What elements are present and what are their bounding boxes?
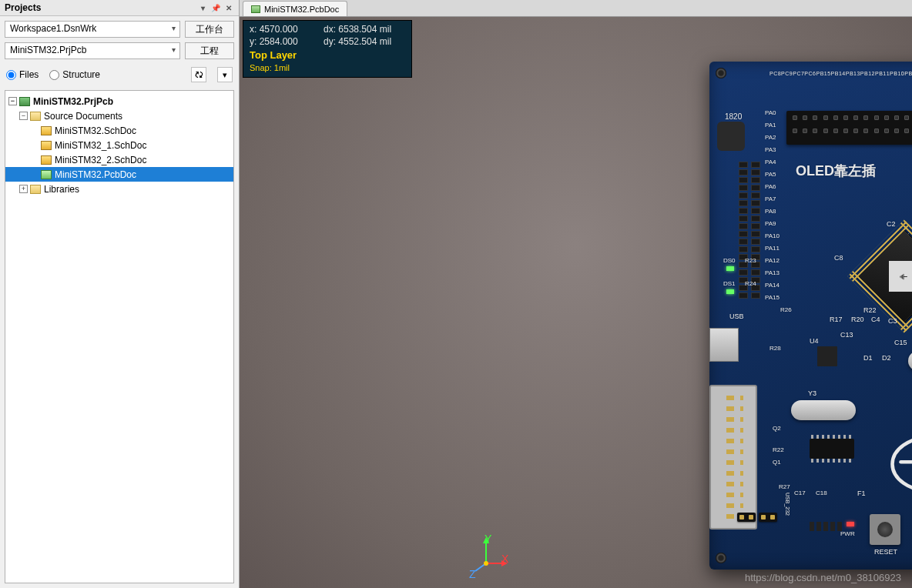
radio-structure[interactable]: Structure bbox=[49, 69, 100, 80]
left-pin-header bbox=[739, 162, 749, 299]
led-ds0 bbox=[726, 266, 734, 271]
res-row bbox=[810, 522, 842, 531]
project-button[interactable]: 工程 bbox=[185, 42, 234, 59]
folder-icon bbox=[30, 185, 41, 194]
tree-node[interactable]: MiniSTM32.PcbDoc bbox=[5, 167, 233, 182]
tree-node[interactable]: −Source Documents bbox=[5, 109, 233, 123]
pcb-3d-viewer[interactable]: x: 4570.000dx: 6538.504 mil y: 2584.000d… bbox=[240, 17, 912, 588]
header-pins bbox=[793, 115, 912, 139]
workspace-button[interactable]: 工作台 bbox=[185, 21, 234, 38]
projects-panel: Projects ▾ 📌 ✕ Workspace1.DsnWrk 工作台 Min… bbox=[0, 0, 240, 588]
workspace-combo[interactable]: Workspace1.DsnWrk bbox=[5, 21, 180, 38]
radio-files[interactable]: Files bbox=[6, 69, 39, 80]
silk-toprow: PC8PC9PC7PC6PB15PB14PB13PB12PB11PB10PB2P… bbox=[770, 71, 912, 76]
dropdown-icon[interactable]: ▾ bbox=[197, 2, 208, 13]
tree-label: Libraries bbox=[44, 184, 79, 195]
watermark: https://blog.csdn.net/m0_38106923 bbox=[745, 572, 901, 583]
project-combo[interactable]: MiniSTM32.PrjPcb bbox=[5, 42, 180, 59]
tree-label: Source Documents bbox=[44, 111, 122, 122]
tree-label: MiniSTM32.PcbDoc bbox=[55, 169, 136, 180]
crystal-mid bbox=[908, 351, 912, 371]
svg-point-7 bbox=[484, 561, 488, 566]
tree-toggle-icon[interactable]: + bbox=[19, 185, 28, 193]
sch-icon bbox=[41, 126, 52, 135]
tab-pcbdoc[interactable]: MiniSTM32.PcbDoc bbox=[243, 1, 347, 16]
tree-node[interactable]: +Libraries bbox=[5, 182, 233, 196]
button-reset bbox=[870, 514, 900, 545]
pcb-icon bbox=[251, 5, 260, 13]
idc-connector bbox=[709, 385, 757, 530]
jumper bbox=[759, 513, 777, 522]
tree-node[interactable]: MiniSTM32.SchDoc bbox=[5, 123, 233, 138]
tree-toggle-icon[interactable]: − bbox=[19, 112, 28, 120]
tree-toggle-icon[interactable]: − bbox=[8, 97, 17, 105]
tree-node[interactable]: MiniSTM32_1.SchDoc bbox=[5, 138, 233, 152]
mount-hole bbox=[716, 553, 726, 563]
pcb-icon bbox=[41, 170, 52, 179]
tree-label: MiniSTM32_2.SchDoc bbox=[55, 155, 146, 165]
silk-oled: OLED靠左插 bbox=[796, 162, 876, 180]
jumper bbox=[737, 513, 756, 522]
usb-connector bbox=[709, 328, 739, 362]
svg-point-0 bbox=[893, 437, 913, 491]
folder-icon bbox=[30, 112, 41, 121]
silk-u4: U4 bbox=[810, 337, 819, 345]
silk-1820: 1820 bbox=[725, 112, 742, 121]
pa-labels: PA0PA1PA2PA3PA4PA5PA6PA7PA8PA9PA10PA11PA… bbox=[765, 109, 780, 306]
sch-icon bbox=[41, 155, 52, 165]
pin-icon[interactable]: 📌 bbox=[210, 2, 221, 13]
panel-header: Projects ▾ 📌 ✕ bbox=[0, 0, 239, 16]
svg-line-6 bbox=[475, 563, 486, 571]
ic-soic bbox=[810, 439, 854, 459]
left-pin-header bbox=[751, 162, 762, 299]
svg-marker-5 bbox=[501, 560, 508, 566]
ic-u4 bbox=[817, 346, 837, 366]
menu-down-icon[interactable]: ▾ bbox=[217, 67, 233, 82]
tab-label: MiniSTM32.PcbDoc bbox=[264, 5, 339, 14]
led-ds1 bbox=[726, 289, 734, 294]
pcb-board: PC8PC9PC7PC6PB15PB14PB13PB12PB11PB10PB2P… bbox=[709, 62, 912, 570]
proj-icon bbox=[19, 97, 30, 106]
tree-node[interactable]: MiniSTM32_2.SchDoc bbox=[5, 152, 233, 167]
project-tree[interactable]: −MiniSTM32.PrjPcb−Source DocumentsMiniST… bbox=[5, 90, 234, 583]
svg-marker-3 bbox=[483, 537, 489, 543]
sensor-1820 bbox=[717, 122, 745, 151]
mount-hole bbox=[716, 68, 726, 79]
panel-title: Projects bbox=[5, 2, 195, 13]
tree-node[interactable]: −MiniSTM32.PrjPcb bbox=[5, 94, 233, 109]
tree-label: MiniSTM32_1.SchDoc bbox=[55, 140, 146, 151]
sch-icon bbox=[41, 141, 52, 150]
tab-bar: MiniSTM32.PcbDoc bbox=[240, 0, 912, 17]
crystal-y3 bbox=[791, 400, 856, 420]
st-logo: ST bbox=[888, 431, 912, 497]
coord-hud: x: 4570.000dx: 6538.504 mil y: 2584.000d… bbox=[243, 20, 412, 78]
tree-label: MiniSTM32.PrjPcb bbox=[33, 96, 113, 107]
tree-label: MiniSTM32.SchDoc bbox=[55, 125, 136, 136]
refresh-icon[interactable]: 🗘 bbox=[191, 67, 206, 82]
silk-usb: USB bbox=[729, 312, 744, 320]
close-icon[interactable]: ✕ bbox=[223, 2, 234, 13]
main-area: MiniSTM32.PcbDoc x: 4570.000dx: 6538.504… bbox=[240, 0, 912, 588]
led-pwr bbox=[847, 522, 854, 526]
